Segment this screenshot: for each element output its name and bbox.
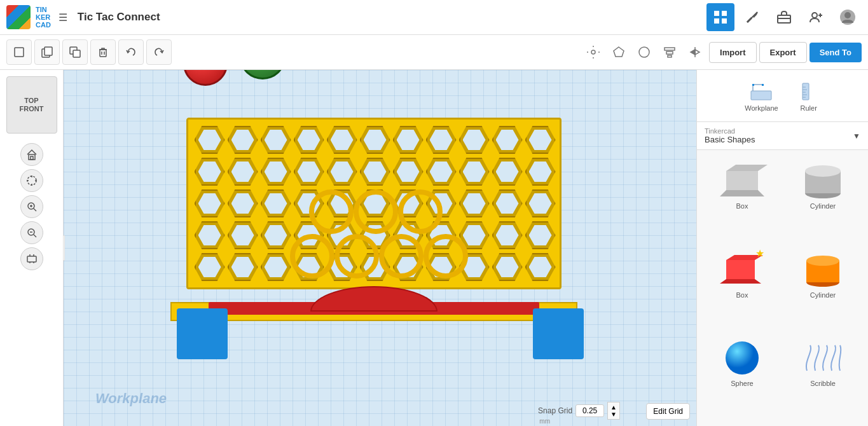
svg-line-41 bbox=[34, 209, 36, 211]
viewport[interactable]: // Will be rendered by JS below bbox=[64, 70, 696, 426]
shape-item-cylinder-orange[interactable]: Cylinder bbox=[784, 245, 862, 331]
yellow-board: // Will be rendered by JS below bbox=[186, 118, 561, 289]
duplicate-button[interactable] bbox=[62, 39, 88, 65]
light-toolbar-button[interactable] bbox=[582, 41, 605, 64]
svg-point-20 bbox=[591, 50, 595, 54]
hex-cell bbox=[360, 221, 390, 249]
hex-cell bbox=[261, 189, 291, 217]
view-top-label: TOP bbox=[24, 97, 38, 105]
logo-block: TINKERCAD ☰ Tic Tac Connect bbox=[6, 5, 160, 29]
hex-cell bbox=[360, 158, 390, 186]
svg-point-7 bbox=[812, 13, 817, 18]
hex-cell bbox=[327, 253, 357, 281]
shape-label-cylinder-orange: Cylinder bbox=[810, 291, 836, 299]
svg-point-75 bbox=[726, 341, 759, 374]
left-sidebar: TOP FRONT bbox=[0, 70, 64, 426]
new-button[interactable] bbox=[6, 39, 32, 65]
svg-rect-16 bbox=[73, 50, 80, 57]
pickaxe-nav-button[interactable] bbox=[738, 3, 766, 31]
panel-tools: Workplane Ruler bbox=[697, 70, 868, 122]
ruler-tool[interactable]: Ruler bbox=[791, 76, 827, 115]
delete-button[interactable] bbox=[90, 39, 116, 65]
hex-cell bbox=[393, 126, 424, 154]
hex-cell bbox=[459, 126, 490, 154]
select-mode-button[interactable] bbox=[20, 169, 43, 192]
redo-button[interactable] bbox=[146, 39, 172, 65]
workplane-icon bbox=[750, 79, 773, 102]
workplane-tool[interactable]: Workplane bbox=[738, 76, 784, 115]
snap-increment-button[interactable]: ▲▼ bbox=[607, 402, 620, 420]
panel-collapse-handle[interactable]: › bbox=[64, 235, 65, 261]
svg-marker-25 bbox=[614, 47, 624, 57]
copy-to-new-button[interactable] bbox=[34, 39, 60, 65]
snap-unit-label: mm bbox=[539, 418, 550, 425]
shape-thumb-box-red: ★ bbox=[717, 251, 768, 289]
shape-label-sphere-blue: Sphere bbox=[731, 380, 753, 387]
align-toolbar-button[interactable] bbox=[658, 41, 681, 64]
mirror-toolbar-button[interactable] bbox=[684, 41, 706, 64]
hex-cell bbox=[261, 158, 291, 186]
home-view-button[interactable] bbox=[20, 143, 43, 166]
svg-rect-12 bbox=[15, 48, 24, 57]
hex-cell bbox=[525, 158, 556, 186]
snap-value-input[interactable] bbox=[575, 404, 604, 417]
shape-thumb-box-grey bbox=[717, 161, 768, 200]
star-badge: ★ bbox=[755, 247, 764, 259]
svg-line-45 bbox=[34, 235, 36, 237]
shape-item-box-grey[interactable]: Box bbox=[703, 156, 781, 242]
shape-label-cylinder-grey: Cylinder bbox=[810, 202, 836, 210]
svg-point-74 bbox=[806, 256, 839, 266]
hex-cell bbox=[426, 253, 457, 281]
add-user-button[interactable] bbox=[802, 3, 830, 31]
shape-item-sphere-blue[interactable]: Sphere bbox=[703, 334, 781, 420]
zoom-out-button[interactable] bbox=[20, 221, 43, 244]
fit-all-button[interactable] bbox=[20, 247, 43, 270]
hex-cell bbox=[294, 158, 324, 186]
hex-cell bbox=[492, 253, 523, 281]
shape-thumb-scribble bbox=[797, 339, 848, 377]
svg-rect-56 bbox=[762, 84, 764, 86]
edit-grid-button[interactable]: Edit Grid bbox=[646, 403, 690, 420]
svg-rect-33 bbox=[29, 155, 35, 160]
board-container: // Will be rendered by JS below bbox=[170, 86, 590, 372]
shape-item-cylinder-grey[interactable]: Cylinder bbox=[784, 156, 862, 242]
grid-nav-button[interactable] bbox=[706, 3, 734, 31]
hex-cell bbox=[195, 221, 225, 249]
hex-cell bbox=[360, 253, 390, 281]
shapes-dropdown[interactable]: Tinkercad Basic Shapes ▼ bbox=[697, 122, 868, 150]
export-button[interactable]: Export bbox=[759, 42, 807, 63]
hex-cell bbox=[360, 189, 390, 217]
hex-cell bbox=[459, 253, 490, 281]
shape-toolbar-button[interactable] bbox=[607, 41, 630, 64]
hex-cell bbox=[492, 221, 523, 249]
shape-label-box-grey: Box bbox=[736, 202, 748, 210]
hex-cell bbox=[459, 158, 490, 186]
import-button[interactable]: Import bbox=[709, 42, 756, 63]
avatar-button[interactable] bbox=[834, 3, 862, 31]
shape-item-scribble[interactable]: Scribble bbox=[784, 334, 862, 420]
undo-button[interactable] bbox=[118, 39, 144, 65]
svg-rect-52 bbox=[751, 91, 771, 100]
svg-marker-65 bbox=[726, 165, 768, 171]
svg-marker-64 bbox=[726, 171, 758, 190]
tinkercad-logo[interactable] bbox=[6, 5, 31, 29]
toolbox-nav-button[interactable] bbox=[770, 3, 798, 31]
menu-icon[interactable]: ☰ bbox=[59, 11, 67, 24]
view-cube[interactable]: TOP FRONT bbox=[6, 76, 57, 134]
hex-cell bbox=[228, 189, 258, 217]
hex-cell bbox=[327, 221, 357, 249]
toolbar: Import Export Send To bbox=[0, 35, 868, 70]
hex-cell bbox=[492, 189, 523, 217]
shapes-source-label: Tinkercad bbox=[705, 127, 755, 135]
red-curved-piece bbox=[310, 286, 437, 312]
shape-item-box-red[interactable]: ★ Box bbox=[703, 245, 781, 331]
zoom-in-button[interactable] bbox=[20, 195, 43, 218]
svg-rect-1 bbox=[722, 11, 727, 16]
svg-rect-27 bbox=[665, 48, 675, 50]
circle-toolbar-button[interactable] bbox=[633, 41, 656, 64]
svg-rect-28 bbox=[666, 52, 673, 54]
send-to-button[interactable]: Send To bbox=[809, 43, 862, 62]
workplane-tool-label: Workplane bbox=[745, 104, 778, 112]
snap-grid-label: Snap Grid bbox=[538, 406, 572, 415]
hex-cell bbox=[492, 158, 523, 186]
